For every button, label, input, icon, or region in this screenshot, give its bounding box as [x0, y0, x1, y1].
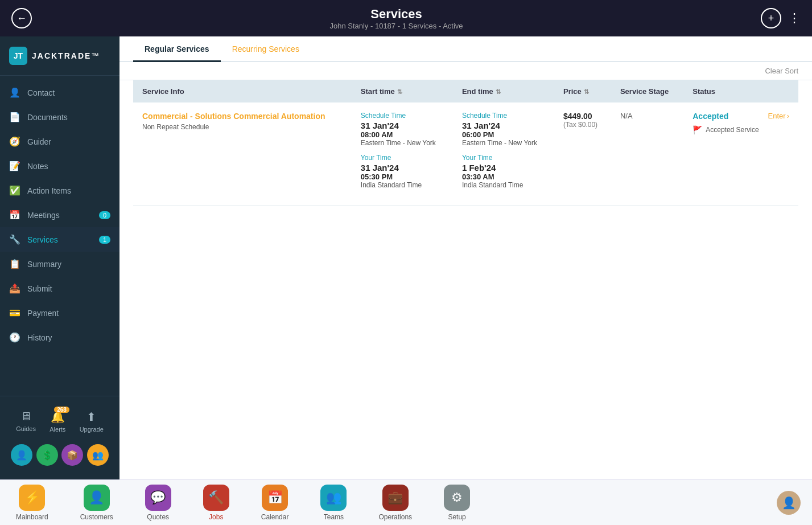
- sidebar-item-guider[interactable]: 🧭 Guider: [0, 129, 119, 154]
- sidebar-item-meetings[interactable]: 📅 Meetings 0: [0, 203, 119, 227]
- enter-chevron-icon: ›: [787, 112, 789, 120]
- sidebar-item-history[interactable]: 🕐 History: [0, 325, 119, 350]
- bottom-nav-item-operations[interactable]: 💼 Operations: [362, 485, 428, 521]
- bottom-nav-item-mainboard[interactable]: ⚡ Mainboard: [0, 485, 64, 521]
- clear-sort-button[interactable]: Clear Sort: [765, 67, 798, 75]
- bottom-nav-item-jobs[interactable]: 🔨 Jobs: [187, 485, 245, 521]
- nav-label-history: History: [27, 333, 52, 342]
- user-icon-3[interactable]: 📦: [61, 444, 83, 466]
- action-icon-wrap-guides: 🖥: [20, 410, 32, 423]
- sidebar-item-notes[interactable]: 📝 Notes: [0, 154, 119, 178]
- status-badge: Accepted: [693, 112, 759, 121]
- nav-label-summary: Summary: [27, 260, 61, 269]
- avatar-image: 👤: [777, 491, 801, 515]
- tab-bar: Regular ServicesRecurring Services: [119, 36, 812, 62]
- bottom-nav-icon-quotes: 💬: [145, 485, 171, 511]
- price-main: $449.00: [563, 112, 602, 121]
- nav-label-submit: Submit: [27, 284, 52, 293]
- sidebar-logo: JT JACKTRADE™: [0, 36, 119, 76]
- nav-label-payment: Payment: [27, 309, 59, 318]
- bottom-nav-item-quotes[interactable]: 💬 Quotes: [129, 485, 187, 521]
- bottom-nav-icon-teams: 👥: [320, 485, 347, 511]
- action-label-alerts: Alerts: [50, 426, 65, 433]
- logo-icon: JT: [9, 47, 27, 65]
- service-type: Non Repeat Schedule: [142, 123, 343, 131]
- nav-icon-guider: 🧭: [9, 136, 20, 147]
- service-name[interactable]: Commercial - Solutions Commercial Automa…: [142, 112, 343, 121]
- bottom-nav-label-calendar: Calendar: [261, 513, 289, 521]
- start-your-label: Your Time: [361, 154, 444, 162]
- start-time-cell: Schedule Time 31 Jan'24 08:00 AM Eastern…: [352, 102, 453, 206]
- action-btn-guides[interactable]: 🖥 Guides: [16, 410, 36, 433]
- sidebar-item-contact[interactable]: 👤 Contact: [0, 80, 119, 105]
- bottom-nav-item-teams[interactable]: 👥 Teams: [304, 485, 362, 521]
- sidebar-item-summary[interactable]: 📋 Summary: [0, 252, 119, 276]
- end-your-label: Your Time: [462, 154, 545, 162]
- end-your-time: 03:30 AM: [462, 173, 545, 181]
- sidebar-item-documents[interactable]: 📄 Documents: [0, 105, 119, 129]
- services-table: Service InfoStart time⇅End time⇅Price⇅Se…: [133, 80, 798, 206]
- bottom-nav-icon-mainboard: ⚡: [19, 485, 45, 511]
- bottom-nav-label-setup: Setup: [448, 513, 465, 521]
- toolbar-row: Clear Sort: [119, 62, 812, 80]
- action-btn-upgrade[interactable]: ⬆ Upgrade: [80, 410, 104, 433]
- end-date: 31 Jan'24: [462, 121, 545, 130]
- more-options-button[interactable]: ⋮: [788, 11, 801, 26]
- end-your-date: 1 Feb'24: [462, 163, 545, 173]
- table-container: Service InfoStart time⇅End time⇅Price⇅Se…: [119, 80, 812, 479]
- flag-label: Accepted Service: [706, 126, 759, 134]
- table-body: Commercial - Solutions Commercial Automa…: [133, 102, 798, 206]
- col-header-end-time[interactable]: End time⇅: [453, 80, 554, 102]
- bottom-nav-icon-jobs: 🔨: [203, 485, 229, 511]
- start-your-date: 31 Jan'24: [361, 163, 444, 173]
- header-right: + ⋮: [761, 8, 801, 28]
- sidebar-nav: 👤 Contact 📄 Documents 🧭 Guider 📝 Notes ✅…: [0, 76, 119, 396]
- logo-text: JACKTRADE™: [32, 51, 100, 60]
- nav-icon-history: 🕐: [9, 332, 20, 343]
- bottom-nav-label-customers: Customers: [80, 513, 113, 521]
- end-schedule-label: Schedule Time: [462, 112, 545, 120]
- nav-icon-submit: 📤: [9, 283, 20, 294]
- add-button[interactable]: +: [761, 8, 781, 28]
- sidebar-item-services[interactable]: 🔧 Services 1: [0, 227, 119, 252]
- bottom-nav-icon-calendar: 📅: [262, 485, 288, 511]
- page-subtitle: John Stanly - 10187 - 1 Services - Activ…: [329, 22, 463, 30]
- top-header: ← Services John Stanly - 10187 - 1 Servi…: [0, 0, 812, 36]
- tab-recurring[interactable]: Recurring Services: [221, 36, 311, 62]
- user-icon-symbol-2: 📦: [67, 450, 78, 461]
- service-info-cell: Commercial - Solutions Commercial Automa…: [133, 102, 352, 206]
- avatar-placeholder: 👤: [782, 496, 796, 510]
- start-time: 08:00 AM: [361, 130, 444, 139]
- col-header-start-time[interactable]: Start time⇅: [352, 80, 453, 102]
- sidebar-actions: 🖥 Guides 🔔 268 Alerts ⬆ Upgrade: [0, 403, 119, 440]
- table-header: Service InfoStart time⇅End time⇅Price⇅Se…: [133, 80, 798, 102]
- table-row: Commercial - Solutions Commercial Automa…: [133, 102, 798, 206]
- action-btn-alerts[interactable]: 🔔 268 Alerts: [50, 410, 65, 433]
- sidebar-item-submit[interactable]: 📤 Submit: [0, 276, 119, 301]
- enter-button[interactable]: Enter ›: [768, 112, 789, 120]
- sidebar-item-payment[interactable]: 💳 Payment: [0, 301, 119, 325]
- bottom-nav-item-setup[interactable]: ⚙ Setup: [428, 485, 486, 521]
- user-icon-4[interactable]: 👥: [87, 444, 109, 466]
- col-header-service-stage: Service Stage: [611, 80, 683, 102]
- bottom-nav-icon-operations: 💼: [382, 485, 409, 511]
- sort-icon-start-time: ⇅: [397, 88, 402, 95]
- user-avatar[interactable]: 👤: [777, 491, 812, 515]
- start-your-timezone: India Standard Time: [361, 181, 444, 189]
- end-your-block: Your Time 1 Feb'24 03:30 AM India Standa…: [462, 154, 545, 189]
- flag-accepted: 🚩 Accepted Service: [693, 125, 759, 134]
- nav-label-documents: Documents: [27, 113, 68, 122]
- back-button[interactable]: ←: [11, 8, 32, 28]
- start-timezone: Eastern Time - New York: [361, 139, 444, 147]
- user-icon-2[interactable]: 💲: [36, 444, 58, 466]
- action-icon-wrap-alerts: 🔔 268: [51, 410, 65, 424]
- user-icon-1[interactable]: 👤: [11, 444, 32, 466]
- bottom-nav-item-customers[interactable]: 👤 Customers: [64, 485, 129, 521]
- sidebar-item-action-items[interactable]: ✅ Action Items: [0, 178, 119, 203]
- nav-label-contact: Contact: [27, 88, 55, 97]
- price-tax: (Tax $0.00): [563, 121, 602, 129]
- col-header-price[interactable]: Price⇅: [554, 80, 611, 102]
- nav-icon-summary: 📋: [9, 259, 20, 269]
- tab-regular[interactable]: Regular Services: [133, 36, 221, 62]
- bottom-nav-item-calendar[interactable]: 📅 Calendar: [245, 485, 305, 521]
